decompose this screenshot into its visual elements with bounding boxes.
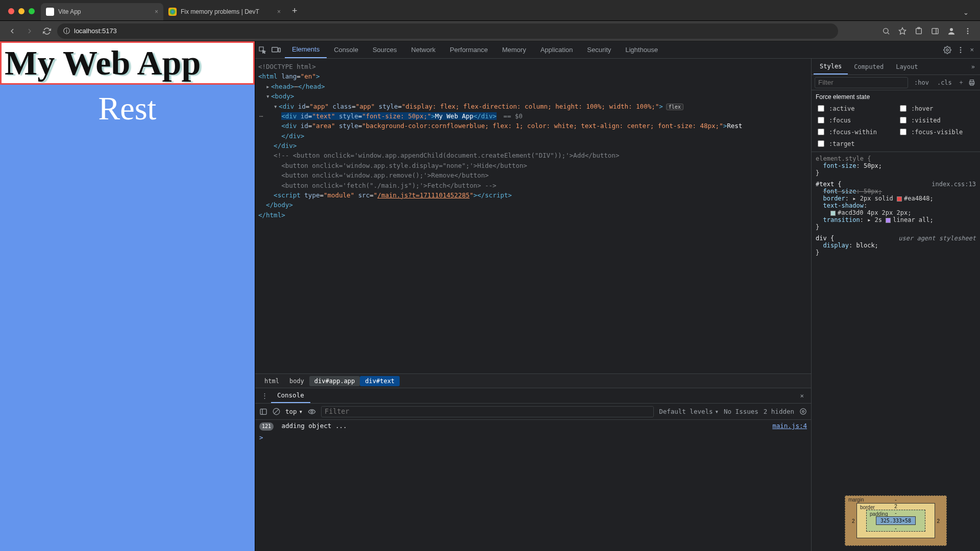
devtools-menu-icon[interactable]	[957, 46, 965, 54]
page-heading: My Web App	[0, 41, 255, 85]
back-button[interactable]	[5, 24, 19, 38]
doctype-node[interactable]: <!DOCTYPE html>	[258, 63, 316, 70]
log-source-link[interactable]: main.js:4	[772, 422, 807, 430]
log-levels-selector[interactable]: Default levels ▾	[659, 408, 719, 415]
rule-source-link[interactable]: index.css:13	[932, 181, 976, 188]
side-panel-icon[interactable]	[928, 24, 942, 38]
margin-label: margin	[848, 497, 864, 503]
selected-dom-node[interactable]: <div id="text" style="font-size: 50px;">…	[281, 112, 497, 120]
print-media-icon[interactable]	[968, 79, 975, 86]
comment-node[interactable]: <button onclick='fetch("./main.js");'>Fe…	[281, 182, 496, 189]
close-devtools-icon[interactable]: ×	[970, 46, 974, 54]
site-info-icon[interactable]: ⓘ	[63, 27, 70, 36]
color-swatch-icon[interactable]	[830, 211, 836, 216]
rule-div-ua[interactable]: user agent stylesheet div { display: blo…	[816, 235, 976, 256]
state-target[interactable]: :target	[816, 139, 894, 148]
crumb-app[interactable]: div#app.app	[309, 376, 360, 386]
comment-node[interactable]: <button onclick='window.app.style.displa…	[281, 162, 527, 169]
state-focus-visible[interactable]: :focus-visible	[898, 127, 976, 137]
settings-icon[interactable]	[943, 46, 951, 54]
rule-text-selector[interactable]: index.css:13 #text { font-size: 50px; bo…	[816, 181, 976, 231]
console-sidebar-toggle-icon[interactable]	[259, 408, 267, 416]
extensions-icon[interactable]	[912, 24, 926, 38]
console-settings-icon[interactable]	[799, 408, 807, 415]
new-tab-button[interactable]: +	[286, 2, 304, 20]
crumb-html[interactable]: html	[259, 376, 284, 386]
reload-button[interactable]	[40, 24, 54, 38]
styles-tab-computed[interactable]: Computed	[848, 59, 890, 74]
state-hover[interactable]: :hover	[898, 104, 976, 113]
browser-tab-devtools-docs[interactable]: Fix memory problems | DevT ×	[163, 3, 286, 20]
device-toolbar-icon[interactable]	[272, 46, 285, 54]
crumb-text[interactable]: div#text	[360, 376, 400, 386]
styles-tab-layout[interactable]: Layout	[890, 59, 924, 74]
rule-element-style[interactable]: element.style { font-size: 50px; }	[816, 155, 976, 177]
browser-tab-vite-app[interactable]: Vite App ×	[41, 3, 163, 20]
devtools-tab-bar: Elements Console Sources Network Perform…	[255, 41, 980, 59]
console-messages[interactable]: 121 adding object ... main.js:4 >	[255, 420, 811, 551]
address-bar[interactable]: ⓘ localhost:5173	[57, 23, 838, 39]
comment-node[interactable]: <!-- <button onclick='window.app.appendC…	[274, 152, 619, 159]
tab-lighthouse[interactable]: Lighthouse	[618, 41, 665, 58]
url-text: localhost:5173	[74, 27, 117, 35]
box-model-diagram[interactable]: margin - border 2 2 2 padding - 325.333×…	[812, 490, 980, 551]
tab-performance[interactable]: Performance	[443, 41, 495, 58]
hov-toggle[interactable]: :hov	[912, 79, 931, 86]
styles-tab-styles[interactable]: Styles	[814, 59, 848, 74]
console-log-entry[interactable]: 121 adding object ... main.js:4	[259, 422, 807, 431]
svg-rect-3	[916, 28, 922, 34]
bookmark-icon[interactable]	[895, 24, 910, 38]
selected-marker: == $0	[500, 112, 523, 120]
profile-icon[interactable]	[944, 24, 959, 38]
tab-security[interactable]: Security	[580, 41, 618, 58]
drawer-tab-console[interactable]: Console	[271, 388, 310, 403]
console-prompt[interactable]: >	[259, 434, 807, 441]
styles-overflow-icon[interactable]: »	[968, 63, 978, 70]
console-context-selector[interactable]: top ▾	[285, 408, 303, 415]
close-window-icon[interactable]	[8, 8, 14, 14]
css-rules-list[interactable]: element.style { font-size: 50px; } index…	[812, 152, 980, 490]
styles-filter-input[interactable]	[815, 77, 908, 88]
tab-memory[interactable]: Memory	[495, 41, 533, 58]
color-swatch-icon[interactable]	[897, 196, 902, 202]
cls-toggle[interactable]: .cls	[935, 79, 954, 86]
inspect-element-icon[interactable]	[258, 46, 272, 54]
bezier-swatch-icon[interactable]	[886, 218, 891, 223]
page-viewport: My Web App Rest	[0, 41, 255, 551]
maximize-window-icon[interactable]	[29, 8, 35, 14]
styles-pane: Styles Computed Layout » :hov .cls ＋ For…	[812, 59, 980, 551]
state-active[interactable]: :active	[816, 104, 894, 113]
tab-network[interactable]: Network	[404, 41, 443, 58]
close-tab-icon[interactable]: ×	[155, 8, 158, 15]
force-state-title: Force element state	[816, 93, 976, 101]
state-focus[interactable]: :focus	[816, 115, 894, 125]
close-tab-icon[interactable]: ×	[277, 8, 281, 15]
minimize-window-icon[interactable]	[18, 8, 24, 14]
ua-stylesheet-label: user agent stylesheet	[898, 235, 976, 242]
live-expression-icon[interactable]	[308, 409, 316, 415]
forward-button[interactable]	[22, 24, 37, 38]
flex-badge[interactable]: flex	[666, 104, 683, 110]
drawer-menu-icon[interactable]: ⋮	[258, 392, 271, 399]
drawer-close-icon[interactable]: ×	[796, 392, 808, 399]
tab-application[interactable]: Application	[533, 41, 580, 58]
issues-button[interactable]: No Issues	[724, 408, 758, 415]
chrome-menu-icon[interactable]	[961, 24, 975, 38]
tab-sources[interactable]: Sources	[365, 41, 404, 58]
state-visited[interactable]: :visited	[898, 115, 976, 125]
comment-node[interactable]: <button onclick='window.app.remove();'>R…	[281, 171, 488, 179]
crumb-body[interactable]: body	[284, 376, 309, 386]
tab-elements[interactable]: Elements	[285, 41, 327, 58]
hidden-messages[interactable]: 2 hidden	[764, 408, 794, 415]
console-filter-input[interactable]	[321, 406, 654, 417]
clear-console-icon[interactable]	[273, 408, 280, 415]
node-actions-icon[interactable]: ⋯	[259, 111, 263, 121]
new-style-rule-icon[interactable]: ＋	[958, 78, 964, 87]
svg-point-17	[960, 52, 962, 53]
padding-label: padding	[870, 511, 888, 517]
state-focus-within[interactable]: :focus-within	[816, 127, 894, 137]
zoom-icon[interactable]	[879, 24, 893, 38]
tab-overflow-icon[interactable]: ⌄	[956, 5, 976, 20]
tab-console[interactable]: Console	[327, 41, 365, 58]
dom-tree[interactable]: <!DOCTYPE html> <html lang="en"> ▸<head>…	[255, 59, 811, 373]
